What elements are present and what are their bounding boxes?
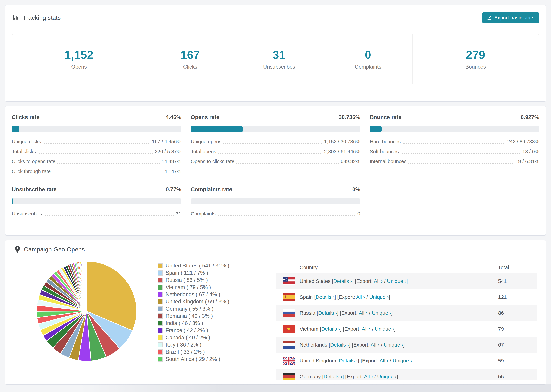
complaints-rate-panel: Complaints rate 0% Complaints0 <box>191 186 360 219</box>
legend-swatch <box>158 285 163 290</box>
legend-item-netherlands[interactable]: Netherlands ( 67 / 4% ) <box>158 291 229 298</box>
export-all-link[interactable]: All › <box>374 278 383 284</box>
country-total: 121 <box>498 294 537 300</box>
details-link[interactable]: Details › <box>321 326 340 332</box>
country-name: Germany <box>300 374 322 379</box>
stat-detail-value: 4.147% <box>164 169 181 174</box>
export-icon <box>487 15 492 20</box>
stat-detail-row: Total opens2,303 / 61.446% <box>191 147 360 156</box>
legend-label: United Kingdom ( 59 / 3% ) <box>166 299 229 305</box>
legend-swatch <box>158 278 163 283</box>
complaints-rate-title: Complaints rate <box>191 186 232 193</box>
geo-opens-table: Country Total United States [Details ›] … <box>276 262 537 380</box>
geo-content: United States ( 541 / 31% )Spain ( 121 /… <box>5 262 546 380</box>
country-name: United States <box>300 278 332 284</box>
stat-detail-row: Complaints0 <box>191 209 360 219</box>
unsubscribes-label: Unsubscribes <box>263 64 295 70</box>
country-name: Spain <box>300 294 314 300</box>
stat-detail-value: 167 / 4.456% <box>152 139 181 145</box>
legend-item-india[interactable]: India ( 46 / 3% ) <box>158 320 229 327</box>
bounces-label: Bounces <box>465 64 486 70</box>
legend-item-romania[interactable]: Romania ( 49 / 3% ) <box>158 313 229 320</box>
clicks-rate-value: 4.46% <box>166 113 181 121</box>
dotted-leader <box>409 163 513 163</box>
legend-item-south-africa[interactable]: South Africa ( 29 / 2% ) <box>158 356 229 363</box>
stat-detail-label: Soft bounces <box>370 149 399 154</box>
export-all-link[interactable]: All › <box>364 374 373 379</box>
complaints-rate-progressbar <box>191 198 360 204</box>
stat-detail-label: Opens to clicks rate <box>191 159 234 164</box>
bracket-text: / <box>365 294 369 300</box>
stat-detail-row: Clicks to opens rate14.497% <box>12 156 181 166</box>
country-flag-nl <box>283 341 295 349</box>
legend-swatch <box>158 306 163 311</box>
export-unique-link[interactable]: Unique › <box>375 326 394 332</box>
unsubscribes-count: 31 <box>273 49 286 61</box>
legend-item-spain[interactable]: Spain ( 121 / 7% ) <box>158 269 229 277</box>
legend-label: India ( 46 / 3% ) <box>166 320 203 326</box>
stat-detail-label: Clicks to opens rate <box>12 159 56 164</box>
legend-label: Germany ( 55 / 3% ) <box>166 306 213 312</box>
clicks-rate-progressbar <box>12 126 181 132</box>
export-basic-stats-button[interactable]: Export basic stats <box>482 13 539 23</box>
export-unique-link[interactable]: Unique › <box>384 342 403 348</box>
table-row-spain: Spain [Details ›] [Export: All › / Uniqu… <box>276 289 537 305</box>
export-all-link[interactable]: All › <box>359 310 367 316</box>
stat-detail-label: Hard bounces <box>370 139 401 145</box>
opens-rate-value: 30.736% <box>339 113 360 121</box>
export-all-link[interactable]: All › <box>362 326 371 332</box>
geo-header: Campaign Geo Opens <box>5 240 546 253</box>
export-button-label: Export basic stats <box>494 15 534 21</box>
table-row-germany: Germany [Details ›] [Export: All › / Uni… <box>276 369 537 380</box>
country-cell: United States [Details ›] [Export: All ›… <box>300 278 498 284</box>
export-unique-link[interactable]: Unique › <box>372 310 391 316</box>
stat-detail-row: Opens to clicks rate689.82% <box>191 156 360 166</box>
stat-detail-value: 220 / 5.87% <box>155 149 181 154</box>
tracking-stats-header: Tracking stats Export basic stats <box>5 5 546 23</box>
legend-swatch <box>158 342 163 347</box>
export-unique-link[interactable]: Unique › <box>369 294 389 300</box>
bracket-text: / <box>383 278 387 284</box>
export-all-link[interactable]: All › <box>380 358 389 364</box>
legend-item-united-states[interactable]: United States ( 541 / 31% ) <box>158 262 229 269</box>
legend-item-france[interactable]: France ( 42 / 2% ) <box>158 327 229 334</box>
details-link[interactable]: Details › <box>316 294 334 300</box>
bracket-text: [ <box>332 278 333 284</box>
stat-detail-label: Unique clicks <box>12 139 41 145</box>
legend-item-united-kingdom[interactable]: United Kingdom ( 59 / 3% ) <box>158 298 229 305</box>
details-link[interactable]: Details › <box>324 374 342 379</box>
country-flag-gb <box>283 357 295 365</box>
details-link[interactable]: Details › <box>339 358 358 364</box>
legend-item-russia[interactable]: Russia ( 86 / 5% ) <box>158 277 229 284</box>
legend-item-germany[interactable]: Germany ( 55 / 3% ) <box>158 305 229 313</box>
legend-item-canada[interactable]: Canada ( 40 / 2% ) <box>158 334 229 341</box>
campaign-geo-opens-card: Campaign Geo Opens United States ( 541 /… <box>5 240 546 384</box>
bracket-text: ] [Export: <box>349 342 371 348</box>
legend-label: Brazil ( 33 / 2% ) <box>166 349 205 355</box>
table-row-vietnam: Vietnam [Details ›] [Export: All › / Uni… <box>276 321 537 337</box>
summary-unsubscribes: 31 Unsubscribes <box>235 34 324 84</box>
export-unique-link[interactable]: Unique › <box>387 278 406 284</box>
details-link[interactable]: Details › <box>318 310 337 316</box>
legend-swatch <box>158 314 163 319</box>
details-link[interactable]: Details › <box>333 278 352 284</box>
legend-item-brazil[interactable]: Brazil ( 33 / 2% ) <box>158 348 229 356</box>
bracket-text: ] [Export: <box>342 374 364 379</box>
legend-label: Vietnam ( 79 / 5% ) <box>166 284 211 290</box>
legend-label: France ( 42 / 2% ) <box>166 327 208 334</box>
dotted-leader <box>44 216 174 216</box>
export-unique-link[interactable]: Unique › <box>393 358 412 364</box>
export-unique-link[interactable]: Unique › <box>377 374 397 379</box>
country-cell: Spain [Details ›] [Export: All › / Uniqu… <box>300 294 498 300</box>
export-all-link[interactable]: All › <box>356 294 365 300</box>
stat-detail-value: 1,152 / 30.736% <box>324 139 360 145</box>
table-row-russia: Russia [Details ›] [Export: All › / Uniq… <box>276 305 537 321</box>
export-all-link[interactable]: All › <box>371 342 380 348</box>
legend-item-italy[interactable]: Italy ( 36 / 2% ) <box>158 341 229 348</box>
details-link[interactable]: Details › <box>330 342 349 348</box>
geo-opens-pie-chart[interactable] <box>35 262 138 362</box>
legend-label: United States ( 541 / 31% ) <box>166 263 229 269</box>
legend-item-vietnam[interactable]: Vietnam ( 79 / 5% ) <box>158 284 229 291</box>
country-total: 86 <box>498 310 537 316</box>
legend-label: Netherlands ( 67 / 4% ) <box>166 291 220 298</box>
